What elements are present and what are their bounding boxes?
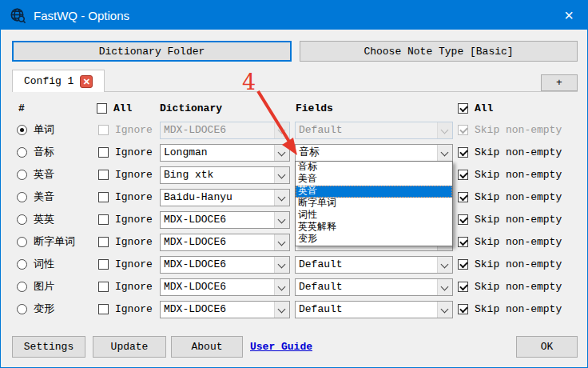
field-label: 词性 bbox=[34, 254, 54, 276]
ignore-label: Ignore bbox=[115, 276, 153, 298]
dropdown-option[interactable]: 音标 bbox=[296, 162, 452, 174]
field-radio[interactable] bbox=[17, 192, 27, 202]
skip-label: Skip non-empty bbox=[475, 186, 562, 209]
skip-checkbox[interactable] bbox=[458, 192, 468, 202]
chevron-down-icon[interactable] bbox=[274, 212, 289, 228]
field-radio[interactable] bbox=[17, 214, 27, 225]
skip-label: Skip non-empty bbox=[475, 142, 562, 164]
chevron-down-icon[interactable] bbox=[274, 234, 289, 250]
dropdown-option[interactable]: 美音 bbox=[296, 174, 452, 186]
chevron-down-icon[interactable] bbox=[437, 302, 452, 318]
dictionary-select[interactable]: MDX-LDOCE6 bbox=[160, 256, 290, 274]
skip-label: Skip non-empty bbox=[475, 119, 562, 142]
ignore-label: Ignore bbox=[115, 231, 153, 254]
dictionary-select[interactable]: MDX-LDOCE6 bbox=[160, 278, 290, 296]
ok-button[interactable]: OK bbox=[516, 336, 578, 358]
skip-checkbox[interactable] bbox=[458, 282, 468, 292]
add-config-button[interactable]: + bbox=[541, 74, 578, 91]
ignore-label: Ignore bbox=[115, 209, 153, 231]
settings-button[interactable]: Settings bbox=[12, 336, 85, 358]
field-label: 英英 bbox=[34, 209, 54, 231]
ignore-checkbox[interactable] bbox=[98, 282, 109, 292]
chevron-down-icon[interactable] bbox=[274, 279, 289, 295]
fields-select-open[interactable]: 音标 bbox=[295, 144, 453, 162]
ignore-label: Ignore bbox=[115, 164, 153, 186]
chevron-down-icon[interactable] bbox=[274, 145, 289, 161]
field-radio[interactable] bbox=[17, 304, 27, 314]
dropdown-option-selected[interactable]: 英音 bbox=[296, 186, 452, 198]
chevron-down-icon[interactable] bbox=[274, 257, 289, 273]
chevron-down-icon[interactable] bbox=[274, 302, 289, 318]
all-ignore-checkbox[interactable] bbox=[97, 103, 107, 114]
close-button[interactable]: × bbox=[550, 1, 587, 30]
dictionary-select[interactable]: Longman bbox=[160, 144, 290, 162]
tab-label: Config 1 bbox=[24, 75, 74, 87]
choose-note-type-button[interactable]: Choose Note Type [Basic] bbox=[300, 41, 578, 62]
field-radio[interactable] bbox=[17, 237, 27, 247]
window-title: FastWQ - Options bbox=[34, 9, 129, 22]
update-button[interactable]: Update bbox=[93, 336, 166, 358]
chevron-down-icon[interactable] bbox=[274, 190, 289, 206]
dropdown-option[interactable]: 断字单词 bbox=[296, 198, 452, 210]
field-radio[interactable] bbox=[17, 147, 27, 158]
fastwq-globe-icon bbox=[10, 7, 26, 24]
skip-checkbox[interactable] bbox=[458, 259, 468, 270]
ignore-label: Ignore bbox=[115, 186, 153, 209]
ignore-checkbox[interactable] bbox=[98, 147, 109, 158]
ignore-label: Ignore bbox=[115, 254, 153, 276]
field-label: 图片 bbox=[34, 276, 54, 298]
skip-checkbox[interactable] bbox=[458, 237, 468, 247]
skip-checkbox[interactable] bbox=[458, 147, 468, 158]
table-row: 变形 Ignore MDX-LDOCE6 Default Skip non-em… bbox=[1, 298, 588, 321]
ignore-checkbox[interactable] bbox=[98, 214, 109, 225]
skip-checkbox bbox=[458, 125, 468, 135]
header-all-left: All bbox=[113, 100, 132, 118]
field-radio[interactable] bbox=[17, 282, 27, 292]
dictionary-folder-button[interactable]: Dictionary Folder bbox=[12, 41, 292, 62]
field-radio[interactable] bbox=[17, 170, 27, 180]
header-dictionary: Dictionary bbox=[160, 100, 222, 118]
grid-header: # All Dictionary Fields All bbox=[1, 100, 588, 118]
tab-baseline bbox=[105, 91, 578, 92]
skip-label: Skip non-empty bbox=[475, 209, 562, 231]
dictionary-select[interactable]: Baidu-Hanyu bbox=[160, 189, 290, 206]
chevron-down-icon[interactable] bbox=[437, 279, 452, 295]
skip-checkbox[interactable] bbox=[458, 170, 468, 180]
fields-select[interactable]: Default bbox=[295, 301, 453, 318]
chevron-down-icon[interactable] bbox=[437, 145, 452, 161]
ignore-checkbox[interactable] bbox=[98, 237, 109, 247]
skip-label: Skip non-empty bbox=[475, 231, 562, 254]
about-button[interactable]: About bbox=[171, 336, 243, 358]
chevron-down-icon[interactable] bbox=[274, 167, 289, 183]
tab-close-icon[interactable]: ✕ bbox=[80, 75, 93, 88]
dropdown-option[interactable]: 词性 bbox=[296, 210, 452, 222]
fields-select[interactable]: Default bbox=[295, 278, 453, 296]
field-radio[interactable] bbox=[17, 125, 27, 135]
field-label: 美音 bbox=[34, 186, 54, 209]
skip-checkbox[interactable] bbox=[458, 304, 468, 314]
dropdown-option[interactable]: 英英解释 bbox=[296, 222, 452, 234]
skip-label: Skip non-empty bbox=[475, 164, 562, 186]
tab-config-1[interactable]: Config 1 ✕ bbox=[12, 70, 105, 92]
ignore-checkbox[interactable] bbox=[98, 170, 109, 180]
skip-label: Skip non-empty bbox=[475, 254, 562, 276]
ignore-checkbox[interactable] bbox=[98, 192, 109, 202]
dictionary-select[interactable]: Bing xtk bbox=[160, 166, 290, 184]
skip-checkbox[interactable] bbox=[458, 214, 468, 225]
dictionary-select[interactable]: MDX-LDOCE6 bbox=[160, 234, 290, 251]
options-dialog: FastWQ - Options × Dictionary Folder Cho… bbox=[0, 0, 588, 368]
field-radio[interactable] bbox=[17, 259, 27, 270]
chevron-down-icon bbox=[437, 122, 452, 138]
all-skip-checkbox[interactable] bbox=[458, 103, 468, 114]
dictionary-select[interactable]: MDX-LDOCE6 bbox=[160, 301, 290, 318]
fields-select[interactable]: Default bbox=[295, 256, 453, 274]
chevron-down-icon[interactable] bbox=[437, 257, 452, 273]
dropdown-option[interactable]: 变形 bbox=[296, 234, 452, 246]
ignore-checkbox[interactable] bbox=[98, 304, 109, 314]
field-label: 英音 bbox=[34, 164, 54, 186]
annotation-number: 4 bbox=[242, 70, 256, 94]
ignore-checkbox[interactable] bbox=[98, 259, 109, 270]
user-guide-link[interactable]: User Guide bbox=[250, 340, 312, 354]
dictionary-select[interactable]: MDX-LDOCE6 bbox=[160, 211, 290, 229]
field-label: 变形 bbox=[34, 298, 54, 321]
